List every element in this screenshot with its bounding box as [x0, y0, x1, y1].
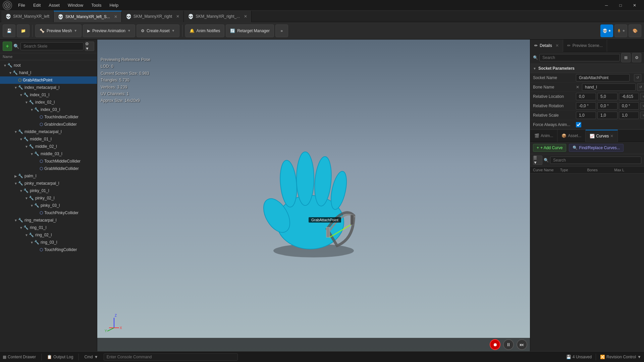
details-view-settings[interactable]: ⊞ [621, 53, 631, 62]
tree-item-grab-index[interactable]: ⬡ GrabIndexCollider [0, 121, 97, 128]
menu-asset[interactable]: Asset [45, 1, 63, 9]
details-tab[interactable]: ✏ Details ✕ [530, 40, 563, 52]
preview-animation-button[interactable]: ▶ Preview Animation ▼ [83, 24, 135, 37]
expand-index-02[interactable]: ▼ [24, 101, 29, 104]
tab-skm-mannyx-right-2[interactable]: 💀 SKM_MannyXR_right_... ✕ [184, 11, 252, 22]
anim-notifies-button[interactable]: 🔔 Anim Notifies [185, 24, 225, 37]
tree-item-index-meta[interactable]: ▼ 🔧 index_metacarpal_l [0, 84, 97, 91]
menu-file[interactable]: File [15, 1, 29, 9]
cmd-dropdown[interactable]: Cmd ▼ [84, 355, 98, 359]
menu-help[interactable]: Help [106, 1, 122, 9]
rel-location-x-input[interactable] [576, 93, 596, 100]
expand-palm[interactable]: ▶ [13, 174, 18, 178]
tree-item-touch-index[interactable]: ⬡ TouchIndexCollider [0, 113, 97, 121]
retarget-manager-button[interactable]: 🔄 Retarget Manager [226, 24, 274, 37]
tree-item-pinky-03[interactable]: ▼ 🔧 pinky_03_l [0, 202, 97, 209]
rel-scale-z-input[interactable] [619, 112, 639, 119]
rel-location-z-input[interactable] [619, 93, 639, 100]
tab-close-4[interactable]: ✕ [244, 14, 247, 19]
create-asset-button[interactable]: ⚙ Create Asset ▼ [137, 24, 179, 37]
expand-index-03[interactable]: ▼ [30, 108, 34, 112]
rel-rotation-z-input[interactable] [619, 102, 639, 110]
add-bone-button[interactable]: + [3, 42, 12, 51]
socket-name-input[interactable] [576, 74, 630, 81]
expand-pinky-03[interactable]: ▼ [30, 204, 34, 207]
more-button[interactable]: » [275, 24, 288, 37]
tree-item-index-01[interactable]: ▼ 🔧 index_01_l [0, 91, 97, 99]
expand-pinky-02[interactable]: ▼ [24, 196, 29, 200]
anim-mode-button[interactable]: 🎨 [629, 24, 641, 37]
tree-item-touch-pinky[interactable]: ⬡ TouchPinkyCollider [0, 209, 97, 217]
next-button[interactable]: ⏭ [517, 339, 527, 350]
expand-middle-02[interactable]: ▼ [24, 145, 29, 148]
unsaved-indicator[interactable]: 💾 4 Unsaved [566, 354, 592, 360]
skeleton-settings-button[interactable]: ⚙ ▼ [85, 42, 94, 51]
expand-middle-01[interactable]: ▼ [19, 137, 23, 141]
pause-button[interactable]: ⏸ [503, 339, 514, 350]
expand-index-meta[interactable]: ▼ [13, 86, 18, 89]
menu-edit[interactable]: Edit [30, 1, 44, 9]
content-drawer-button[interactable]: ▦ Content Drawer [3, 355, 36, 359]
anim-tab[interactable]: 🎬 Anim... [530, 130, 557, 142]
bone-name-input[interactable] [582, 83, 636, 91]
bone-name-reset[interactable]: ↺ [637, 83, 644, 91]
skeleton-search-input[interactable] [20, 42, 84, 50]
section-collapse-arrow[interactable]: ▼ [533, 67, 536, 70]
tree-item-ring-01[interactable]: ▼ 🔧 ring_01_l [0, 224, 97, 231]
minimize-button[interactable]: ─ [600, 1, 613, 10]
socket-name-reset[interactable]: ↺ [634, 74, 641, 81]
expand-pinky-meta[interactable]: ▼ [13, 182, 18, 185]
rel-location-reset[interactable]: ↺ [640, 93, 644, 100]
expand-ring-01[interactable]: ▼ [19, 226, 23, 230]
curves-search-input[interactable] [550, 157, 641, 164]
tree-item-root[interactable]: ▼ 🔧 root [0, 62, 97, 69]
tree-item-touch-middle[interactable]: ⬡ TouchMiddleCollider [0, 158, 97, 165]
tab-skm-mannyx-right[interactable]: 💀 SKM_MannyXR_right ✕ [122, 11, 184, 22]
expand-ring-meta[interactable]: ▼ [13, 219, 18, 222]
tab-skm-mannyx-left-s[interactable]: 💀 SKM_MannyXR_left_S... ✕ [54, 11, 122, 22]
tree-item-grab-attach-point[interactable]: ⬡ GrabAttachPoint [0, 76, 97, 84]
tree-item-touch-ring[interactable]: ⬡ TouchRingCollider [0, 246, 97, 253]
details-search-input[interactable] [539, 54, 620, 61]
rel-rotation-x-input[interactable] [576, 102, 596, 110]
rel-scale-reset[interactable]: ↺ [640, 112, 644, 119]
expand-index-01[interactable]: ▼ [19, 93, 23, 97]
tree-item-middle-meta[interactable]: ▼ 🔧 middle_metacarpal_l [0, 128, 97, 135]
preview-mesh-button[interactable]: 🦴 Preview Mesh ▼ [35, 24, 82, 37]
tree-item-middle-03[interactable]: ▼ 🔧 middle_03_l [0, 150, 97, 158]
output-log-button[interactable]: 📋 Output Log [47, 355, 73, 359]
tree-item-middle-01[interactable]: ▼ 🔧 middle_01_l [0, 135, 97, 143]
bone-name-clear-icon[interactable]: ✕ [576, 85, 579, 89]
console-input[interactable] [104, 353, 238, 361]
tree-item-pinky-02[interactable]: ▼ 🔧 pinky_02_l [0, 194, 97, 202]
viewport[interactable]: ☰ ⬡ Perspective 💡 Lit Show 🧍 Character L… [97, 40, 530, 351]
browse-button[interactable]: 📁 [17, 24, 30, 37]
tree-item-hand-l[interactable]: ▼ 🔧 hand_l [0, 69, 97, 76]
tab-close-3[interactable]: ✕ [176, 14, 179, 19]
details-settings-btn[interactable]: ⚙ [632, 53, 641, 62]
tree-item-ring-02[interactable]: ▼ 🔧 ring_02_l [0, 231, 97, 239]
expand-root[interactable]: ▼ [3, 64, 7, 67]
maximize-button[interactable]: □ [614, 1, 627, 10]
curves-tab-close[interactable]: ✕ [610, 134, 613, 138]
expand-middle-meta[interactable]: ▼ [13, 130, 18, 134]
tab-skm-mannyx-left[interactable]: 💀 SKM_MannyXR_left [1, 11, 54, 22]
rel-scale-y-input[interactable] [597, 112, 618, 119]
menu-window[interactable]: Window [64, 1, 87, 9]
expand-ring-02[interactable]: ▼ [24, 233, 29, 237]
add-curve-button[interactable]: + + Add Curve [533, 144, 566, 152]
skeleton-mode-button[interactable]: 💀 ★ [600, 24, 613, 37]
rel-location-y-input[interactable] [597, 93, 618, 100]
expand-middle-03[interactable]: ▼ [30, 152, 34, 156]
expand-hand-l[interactable]: ▼ [8, 71, 13, 75]
tree-item-palm-l[interactable]: ▶ 🔧 palm_l [0, 172, 97, 180]
preview-scene-tab[interactable]: ✏ Preview Scene... [563, 40, 607, 52]
tree-item-ring-03[interactable]: ▼ 🔧 ring_03_l [0, 239, 97, 246]
expand-ring-03[interactable]: ▼ [30, 241, 34, 244]
force-anim-checkbox[interactable] [576, 122, 581, 127]
record-button[interactable]: ⏺ [490, 339, 500, 350]
rel-rotation-y-input[interactable] [597, 102, 618, 110]
mesh-mode-button[interactable]: 🧍 ★ [614, 24, 627, 37]
save-button[interactable]: 💾 [3, 24, 15, 37]
asset-tab[interactable]: 📦 Asset... [557, 130, 586, 142]
